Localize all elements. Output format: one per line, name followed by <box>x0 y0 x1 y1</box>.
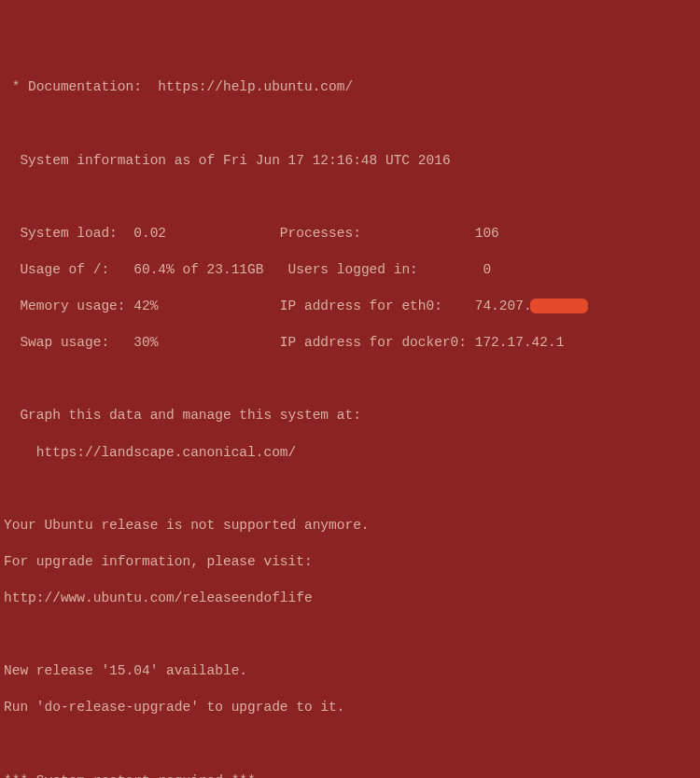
swap-usage: Swap usage: 30% <box>4 335 158 350</box>
unsupported-3: http://www.ubuntu.com/releaseendoflife <box>4 590 696 608</box>
landscape-url: https://landscape.canonical.com/ <box>4 444 696 463</box>
users-logged-in: Users logged in: 0 <box>288 262 492 277</box>
new-release: New release '15.04' available. <box>4 662 696 681</box>
processes: Processes: 106 <box>280 226 499 241</box>
memory-usage: Memory usage: 42% <box>4 299 158 313</box>
ip-docker0: IP address for docker0: 172.17.42.1 <box>280 335 565 350</box>
usage-of: Usage of /: 60.4% of 23.11GB <box>4 262 263 277</box>
sysinfo-header: System information as of Fri Jun 17 12:1… <box>4 152 696 171</box>
unsupported-2: For upgrade information, please visit: <box>4 553 696 572</box>
do-release-upgrade: Run 'do-release-upgrade' to upgrade to i… <box>4 699 696 717</box>
redacted-ip <box>530 300 588 312</box>
graph-data-line: Graph this data and manage this system a… <box>4 407 696 425</box>
unsupported-1: Your Ubuntu release is not supported any… <box>4 517 696 535</box>
restart-required: *** System restart required *** <box>4 772 696 778</box>
ip-eth0: IP address for eth0: 74.207. <box>280 299 532 313</box>
motd-doc: * Documentation: https://help.ubuntu.com… <box>4 78 696 97</box>
system-load: System load: 0.02 <box>4 226 166 241</box>
